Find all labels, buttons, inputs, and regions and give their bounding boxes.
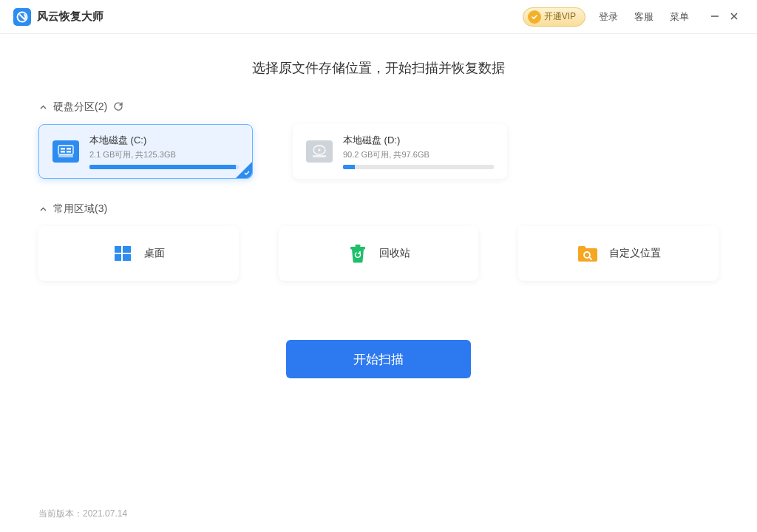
app-logo-icon <box>13 8 31 26</box>
svg-rect-5 <box>61 151 65 153</box>
recycle-bin-icon <box>347 243 369 264</box>
svg-rect-3 <box>61 148 65 150</box>
refresh-icon[interactable] <box>113 101 123 114</box>
chevron-up-icon <box>38 205 47 214</box>
selected-check-icon <box>243 169 251 178</box>
svg-rect-11 <box>115 246 121 253</box>
svg-rect-10 <box>313 155 326 157</box>
svg-rect-15 <box>350 247 365 250</box>
disk-name: 本地磁盘 (D:) <box>343 134 494 147</box>
svg-point-9 <box>319 149 321 151</box>
disk-stats: 90.2 GB可用, 共97.6GB <box>343 149 494 160</box>
areas-section-label: 常用区域(3) <box>53 202 107 216</box>
disk-info: 本地磁盘 (C:) 2.1 GB可用, 共125.3GB <box>89 134 239 169</box>
disk-usage-bar <box>343 165 494 169</box>
svg-rect-16 <box>356 245 361 247</box>
disk-info: 本地磁盘 (D:) 90.2 GB可用, 共97.6GB <box>343 134 494 169</box>
disks-section-label: 硬盘分区(2) <box>53 100 107 114</box>
svg-rect-13 <box>115 254 121 261</box>
app-title: 风云恢复大师 <box>37 10 103 24</box>
area-card-custom[interactable]: 自定义位置 <box>518 226 719 281</box>
titlebar: 风云恢复大师 开通VIP 登录 客服 菜单 <box>0 0 757 34</box>
main-content: 选择原文件存储位置，开始扫描并恢复数据 硬盘分区(2) 本地磁盘 (C:) 2.… <box>0 34 757 378</box>
version-number: 2021.07.14 <box>83 508 127 519</box>
disk-usage-bar <box>89 165 239 169</box>
area-card-desktop[interactable]: 桌面 <box>38 226 239 281</box>
folder-search-icon <box>577 243 599 264</box>
areas-section-header[interactable]: 常用区域(3) <box>38 202 719 216</box>
area-cards-row: 桌面 回收站 自定义位置 <box>38 226 719 281</box>
minimize-button[interactable] <box>705 11 724 23</box>
area-label: 桌面 <box>144 247 165 260</box>
disk-card-c[interactable]: 本地磁盘 (C:) 2.1 GB可用, 共125.3GB <box>38 124 253 179</box>
vip-label: 开通VIP <box>544 10 576 23</box>
page-title: 选择原文件存储位置，开始扫描并恢复数据 <box>38 59 719 77</box>
start-scan-button[interactable]: 开始扫描 <box>286 340 471 378</box>
windows-icon <box>112 243 134 264</box>
svg-rect-2 <box>58 146 73 154</box>
version-footer: 当前版本：2021.07.14 <box>38 508 127 520</box>
area-label: 回收站 <box>379 247 410 260</box>
vip-button[interactable]: 开通VIP <box>523 7 585 27</box>
disk-card-d[interactable]: 本地磁盘 (D:) 90.2 GB可用, 共97.6GB <box>293 124 507 179</box>
area-card-recycle[interactable]: 回收站 <box>279 226 479 281</box>
disks-section-header[interactable]: 硬盘分区(2) <box>38 100 719 114</box>
chevron-up-icon <box>38 103 47 112</box>
disk-hdd-icon <box>306 140 333 163</box>
disk-ssd-icon <box>52 140 79 163</box>
disk-cards-row: 本地磁盘 (C:) 2.1 GB可用, 共125.3GB 本地磁盘 (D:) 9… <box>38 124 719 179</box>
area-label: 自定义位置 <box>609 247 661 260</box>
support-link[interactable]: 客服 <box>634 10 654 24</box>
login-link[interactable]: 登录 <box>599 10 618 24</box>
svg-rect-14 <box>123 254 131 261</box>
disk-stats: 2.1 GB可用, 共125.3GB <box>89 149 239 160</box>
menu-link[interactable]: 菜单 <box>670 10 689 24</box>
disk-name: 本地磁盘 (C:) <box>89 134 239 147</box>
version-prefix: 当前版本： <box>38 508 83 519</box>
svg-rect-12 <box>123 246 131 253</box>
close-button[interactable] <box>724 11 744 23</box>
svg-rect-4 <box>67 148 71 150</box>
svg-rect-7 <box>58 155 73 157</box>
svg-rect-6 <box>67 151 71 153</box>
vip-checkmark-icon <box>528 10 541 24</box>
